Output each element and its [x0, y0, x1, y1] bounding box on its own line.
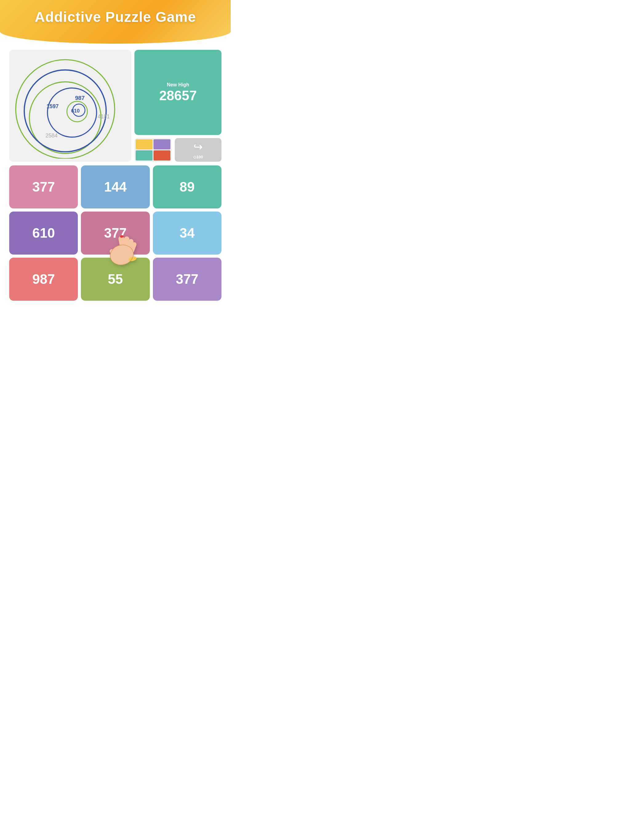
svg-text:1597: 1597 [46, 103, 59, 109]
undo-icon: ↩ [193, 141, 203, 153]
svg-text:610: 610 [71, 108, 80, 114]
grid-row-2: 610 377 34 [9, 212, 222, 254]
grid-row-1: 377 144 89 [9, 166, 222, 208]
mini-grid-panel [135, 138, 172, 162]
header: Addictive Puzzle Game [0, 0, 231, 44]
svg-text:4181: 4181 [98, 114, 110, 120]
grid-cell-377-2[interactable]: 377 [81, 212, 149, 254]
page-title: Addictive Puzzle Game [6, 9, 225, 25]
grid-cell-144[interactable]: 144 [81, 166, 149, 208]
spiral-panel: 987 610 1597 2584 4181 [9, 50, 131, 162]
mini-cell-purple [154, 139, 171, 149]
grid-cell-610[interactable]: 610 [9, 212, 78, 254]
undo-cost: ◇100 [193, 155, 203, 159]
svg-text:2584: 2584 [46, 133, 58, 139]
mini-cell-teal [136, 150, 153, 161]
bottom-right-row: ↩ ◇100 [135, 138, 222, 162]
score-label: New High [139, 82, 217, 88]
right-panel: New High 28657 ↩ ◇100 [135, 50, 222, 162]
mini-cell-yellow [136, 139, 153, 149]
grid-cell-55[interactable]: 55 [81, 257, 149, 301]
grid-cell-89[interactable]: 89 [153, 166, 222, 208]
grid-section: 377 144 89 610 377 34 987 [9, 166, 222, 301]
top-section: 987 610 1597 2584 4181 New High 28657 [9, 50, 222, 162]
undo-panel[interactable]: ↩ ◇100 [175, 138, 222, 162]
mini-cell-red [154, 150, 171, 161]
main-content: 987 610 1597 2584 4181 New High 28657 [0, 44, 231, 313]
grid-row-3: 987 55 377 [9, 257, 222, 301]
svg-text:987: 987 [75, 95, 85, 101]
score-panel: New High 28657 [135, 50, 222, 135]
grid-cell-377-1[interactable]: 377 [9, 166, 78, 208]
score-value: 28657 [139, 89, 217, 103]
grid-cell-987[interactable]: 987 [9, 257, 78, 301]
grid-cell-34[interactable]: 34 [153, 212, 222, 254]
grid-cell-377-3[interactable]: 377 [153, 257, 222, 301]
